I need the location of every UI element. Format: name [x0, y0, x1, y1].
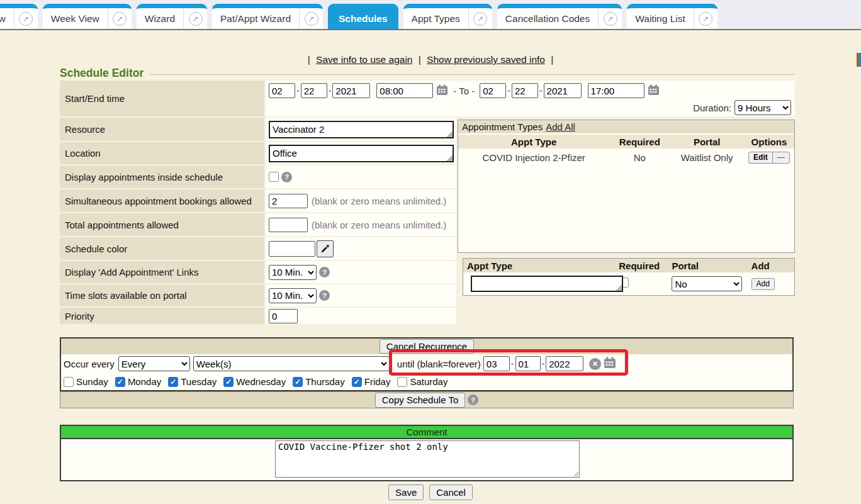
tab-open-new-window-button[interactable]: ↗ — [694, 8, 718, 29]
portal-select[interactable]: No — [672, 276, 742, 291]
until-day-input[interactable] — [515, 356, 541, 371]
calendar-icon[interactable] — [604, 357, 616, 371]
duration-select[interactable]: 9 Hours — [734, 100, 791, 115]
separator: | — [551, 54, 553, 65]
monday-checkbox[interactable] — [115, 377, 125, 387]
recurrence-days-row: Sunday Monday Tuesday Wednesday Thursday… — [61, 373, 792, 390]
tab-appt-types[interactable]: Appt Types ↗ — [403, 4, 492, 29]
recurrence-every-select[interactable]: Every — [118, 356, 190, 371]
end-year-input[interactable] — [544, 83, 582, 98]
schedule-color-input[interactable] — [269, 241, 315, 257]
start-time-input[interactable] — [376, 83, 433, 98]
day-friday: Friday — [352, 376, 391, 387]
tab-list: ew ↗ Week View ↗ Wizard ↗ Pat/Appt Wizar… — [0, 4, 723, 29]
appt-type-input[interactable] — [472, 277, 622, 291]
resize-grip-icon[interactable] — [616, 284, 622, 291]
tab-day-view-partial[interactable]: ew ↗ — [0, 4, 38, 29]
tab-open-new-window-button[interactable]: ↗ — [598, 8, 622, 29]
tab-wizard[interactable]: Wizard ↗ — [137, 4, 207, 29]
col-add: Add — [751, 260, 794, 271]
total-appointments-input[interactable] — [269, 218, 308, 232]
end-month-input[interactable] — [480, 83, 506, 98]
end-time-input[interactable] — [588, 83, 644, 98]
location-input[interactable] — [270, 146, 453, 161]
cancel-button[interactable]: Cancel — [429, 484, 473, 500]
date-dash: - — [511, 359, 514, 369]
schedule-color-label: Schedule color — [60, 237, 264, 260]
col-required: Required — [619, 260, 672, 271]
resize-grip-icon[interactable] — [446, 155, 453, 161]
col-options: Options — [744, 137, 794, 147]
tab-open-new-window-button[interactable]: ↗ — [108, 8, 132, 29]
calendar-icon[interactable] — [648, 84, 660, 98]
day-monday: Monday — [115, 376, 161, 387]
calendar-icon[interactable] — [436, 84, 448, 98]
tab-pat-appt-wizard[interactable]: Pat/Appt Wizard ↗ — [212, 4, 323, 29]
sunday-checkbox[interactable] — [64, 377, 74, 387]
help-icon[interactable]: ? — [319, 267, 330, 277]
add-all-link[interactable]: Add All — [546, 121, 575, 132]
tab-label: Pat/Appt Wizard — [212, 8, 299, 29]
form-actions: Save Cancel — [0, 484, 861, 500]
help-icon[interactable]: ? — [319, 290, 330, 301]
add-appointment-type-box: Appt Type Required Portal Add No Add — [463, 258, 795, 296]
day-label: Saturday — [410, 376, 447, 387]
required-cell: No — [609, 152, 670, 163]
col-portal: Portal — [672, 260, 751, 271]
date-dash: - — [542, 359, 545, 369]
saturday-checkbox[interactable] — [397, 377, 407, 387]
help-icon[interactable]: ? — [281, 172, 292, 182]
day-label: Sunday — [76, 376, 108, 387]
total-appointments-label: Total appointments allowed — [60, 213, 264, 236]
time-slots-select[interactable]: 10 Min. — [269, 288, 317, 303]
end-day-input[interactable] — [512, 83, 538, 98]
comment-textarea[interactable]: COVID Vaccine-Pfizer shot 2 only — [275, 440, 580, 478]
save-button[interactable]: Save — [388, 484, 424, 500]
until-year-input[interactable] — [546, 356, 583, 371]
priority-label: Priority — [60, 308, 264, 324]
start-day-input[interactable] — [301, 83, 327, 98]
friday-checkbox[interactable] — [352, 377, 362, 387]
edit-appt-type-button[interactable]: Edit — [748, 152, 773, 164]
copy-schedule-to-button[interactable]: Copy Schedule To — [375, 393, 465, 408]
display-appointments-checkbox[interactable] — [269, 172, 279, 182]
eyedropper-button[interactable] — [317, 240, 334, 257]
show-saved-info-link[interactable]: Show previously saved info — [427, 54, 545, 65]
until-month-input[interactable] — [483, 356, 510, 371]
tab-open-new-window-button[interactable]: ↗ — [183, 8, 207, 29]
save-info-link[interactable]: Save info to use again — [316, 54, 412, 65]
tab-waiting-list[interactable]: Waiting List ↗ — [627, 4, 718, 29]
header-links: | Save info to use again | Show previous… — [0, 54, 861, 65]
resource-input[interactable] — [270, 122, 453, 137]
day-sunday: Sunday — [64, 376, 108, 387]
help-icon[interactable]: ? — [468, 395, 478, 405]
start-year-input[interactable] — [332, 83, 370, 98]
day-label: Thursday — [305, 376, 345, 387]
simultaneous-bookings-input[interactable] — [269, 194, 308, 208]
remove-appt-type-button[interactable]: — — [772, 152, 790, 164]
tab-week-view[interactable]: Week View ↗ — [43, 4, 132, 29]
tuesday-checkbox[interactable] — [168, 377, 178, 387]
wednesday-checkbox[interactable] — [223, 377, 234, 387]
cancel-recurrence-button[interactable]: Cancel Recurrence — [380, 339, 474, 354]
recurrence-unit-select[interactable]: Week(s) — [193, 356, 390, 371]
tab-schedules-active[interactable]: Schedules — [328, 4, 398, 29]
priority-input[interactable] — [269, 309, 298, 323]
add-appointment-links-select[interactable]: 10 Min. — [269, 265, 317, 280]
resize-grip-icon[interactable] — [446, 131, 453, 137]
date-dash: - — [539, 86, 543, 96]
clear-date-icon[interactable]: ✕ — [589, 358, 601, 370]
start-month-input[interactable] — [269, 83, 295, 98]
tab-open-new-window-button[interactable]: ↗ — [468, 8, 492, 29]
tab-cancellation-codes[interactable]: Cancellation Codes ↗ — [497, 4, 622, 29]
priority-row: Priority — [60, 308, 456, 324]
appointment-types-panel: Appointment Types Add All Appt Type Requ… — [458, 120, 795, 296]
location-label: Location — [60, 142, 264, 164]
add-appt-type-button[interactable]: Add — [751, 278, 775, 290]
tab-open-new-window-button[interactable]: ↗ — [14, 8, 38, 29]
portal-cell: Waitlist Only — [670, 152, 743, 163]
thursday-checkbox[interactable] — [293, 377, 303, 387]
external-link-icon: ↗ — [604, 12, 617, 26]
tab-open-new-window-button[interactable]: ↗ — [299, 8, 323, 29]
tab-label: Cancellation Codes — [497, 8, 598, 29]
